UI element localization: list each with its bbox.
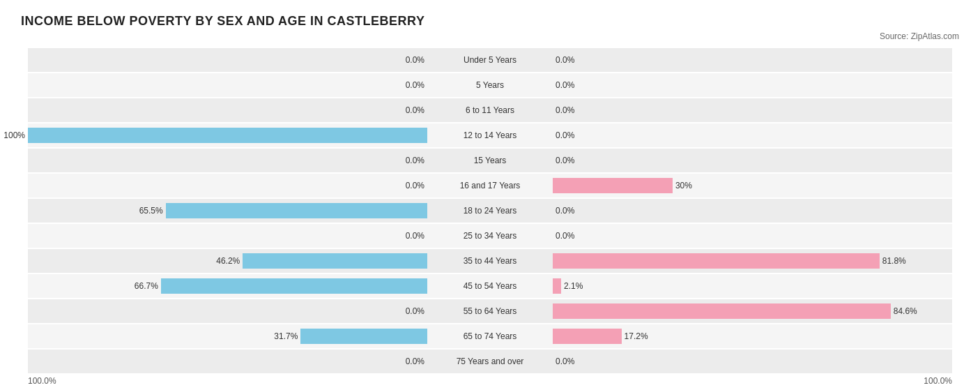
female-value: 2.1% [561,281,583,291]
chart-row: 0.0% Under 5 Years 0.0% [28,48,952,72]
right-half: 0.0% [553,98,952,122]
left-half: 0.0% [28,299,427,323]
female-value: 0.0% [553,357,574,366]
age-label: Under 5 Years [427,55,553,65]
female-value: 84.6% [891,306,917,316]
right-half: 81.8% [553,249,952,273]
left-half: 0.0% [28,73,427,97]
female-bar: 84.6% [553,303,891,319]
age-label: 65 to 74 Years [427,331,553,341]
left-half: 65.5% [28,199,427,223]
chart-row: 0.0% 16 and 17 Years 30% [28,174,952,197]
male-value: 66.7% [135,281,161,291]
chart-row: 100% 12 to 14 Years 0.0% [28,123,952,147]
male-value: 0.0% [406,55,427,65]
age-label: 12 to 14 Years [427,130,553,140]
male-value: 46.2% [216,256,243,266]
source-label: Source: ZipAtlas.com [21,31,959,41]
left-half: 0.0% [28,350,427,373]
male-value: 0.0% [406,105,427,115]
right-half: 0.0% [553,149,952,172]
male-value: 65.5% [139,206,166,216]
chart-row: 0.0% 55 to 64 Years 84.6% [28,299,952,323]
male-value: 0.0% [406,357,427,366]
male-value: 0.0% [406,306,427,316]
right-half: 84.6% [553,299,952,323]
right-half: 0.0% [553,350,952,373]
chart-area: 0.0% Under 5 Years 0.0% 0.0% 5 Years 0.0… [21,48,959,373]
female-bar: 30% [553,178,673,193]
chart-row: 65.5% 18 to 24 Years 0.0% [28,199,952,223]
chart-row: 0.0% 6 to 11 Years 0.0% [28,98,952,122]
chart-row: 0.0% 25 to 34 Years 0.0% [28,224,952,248]
chart-row: 0.0% 5 Years 0.0% [28,73,952,97]
age-label: 35 to 44 Years [427,256,553,266]
chart-row: 0.0% 15 Years 0.0% [28,149,952,172]
left-half: 31.7% [28,324,427,348]
male-bar: 46.2% [243,253,427,269]
left-half: 0.0% [28,98,427,122]
age-label: 5 Years [427,80,553,90]
right-half: 0.0% [553,73,952,97]
left-half: 66.7% [28,274,427,298]
left-half: 0.0% [28,149,427,172]
axis-right: 100.0% [924,376,952,386]
right-half: 0.0% [553,48,952,72]
female-bar: 17.2% [553,329,622,344]
female-value: 0.0% [553,80,574,90]
age-label: 45 to 54 Years [427,281,553,291]
female-value: 0.0% [553,105,574,115]
female-value: 0.0% [553,130,574,140]
chart-row: 66.7% 45 to 54 Years 2.1% [28,274,952,298]
age-label: 15 Years [427,156,553,165]
age-label: 25 to 34 Years [427,231,553,241]
age-label: 18 to 24 Years [427,206,553,216]
female-value: 0.0% [553,231,574,241]
right-half: 17.2% [553,324,952,348]
chart-row: 0.0% 75 Years and over 0.0% [28,350,952,373]
male-bar: 31.7% [300,329,427,344]
right-half: 0.0% [553,224,952,248]
age-label: 6 to 11 Years [427,105,553,115]
chart-row: 46.2% 35 to 44 Years 81.8% [28,249,952,273]
left-half: 0.0% [28,48,427,72]
age-label: 16 and 17 Years [427,181,553,190]
right-half: 0.0% [553,199,952,223]
male-value: 31.7% [274,331,300,341]
female-bar: 81.8% [553,253,880,269]
female-value: 81.8% [880,256,906,266]
female-bar: 2.1% [553,278,561,294]
female-value: 0.0% [553,206,574,216]
male-value: 0.0% [406,181,427,190]
male-value: 0.0% [406,231,427,241]
left-half: 0.0% [28,224,427,248]
left-half: 0.0% [28,174,427,197]
age-label: 55 to 64 Years [427,306,553,316]
age-label: 75 Years and over [427,357,553,366]
male-value: 100% [3,130,28,140]
female-value: 30% [673,181,692,190]
male-bar: 66.7% [161,278,427,294]
female-value: 0.0% [553,156,574,165]
male-bar: 65.5% [166,203,427,218]
female-value: 17.2% [622,331,648,341]
axis-labels: 100.0% 100.0% [21,376,959,386]
male-value: 0.0% [406,80,427,90]
left-half: 46.2% [28,249,427,273]
right-half: 2.1% [553,274,952,298]
right-half: 30% [553,174,952,197]
axis-left: 100.0% [28,376,56,386]
male-value: 0.0% [406,156,427,165]
male-bar: 100% [28,128,427,143]
page-title: INCOME BELOW POVERTY BY SEX AND AGE IN C… [21,14,959,29]
female-value: 0.0% [553,55,574,65]
chart-row: 31.7% 65 to 74 Years 17.2% [28,324,952,348]
right-half: 0.0% [553,123,952,147]
left-half: 100% [28,123,427,147]
